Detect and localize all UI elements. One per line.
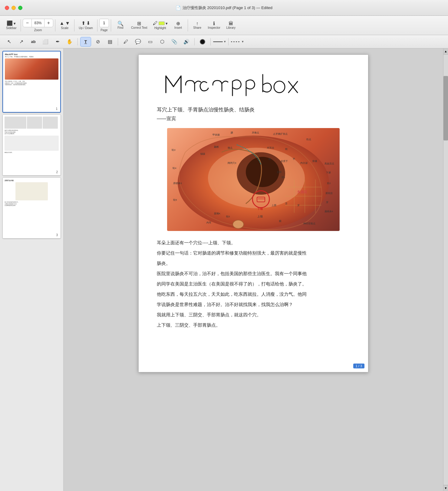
svg-text:轮5: 轮5	[173, 199, 177, 201]
page-input[interactable]: 1	[99, 19, 109, 27]
page-thumb-1[interactable]: MacAPP box 耳穴上下颌、手胃肠点治慢性肠炎、结肠炎 耳朵上面还有一个穴…	[2, 51, 61, 113]
svg-text:目1: 目1	[282, 176, 285, 179]
text-insert-button[interactable]: T	[80, 37, 91, 47]
dash-dropdown[interactable]: ▾	[242, 40, 244, 44]
zoom-label: Zoom	[34, 28, 42, 32]
svg-text:眼: 眼	[279, 220, 282, 222]
para-1: 耳朵上面还有一个穴位----上颌、下颌。	[157, 238, 350, 247]
share-button[interactable]: ↑ Share	[190, 20, 205, 31]
svg-text:头面区: 头面区	[297, 190, 307, 194]
para-7: 学说肠炎是世界性难题，治不好。治不好就找我来，找我怎么治啊？	[157, 300, 350, 309]
library-button[interactable]: 🏛 Library	[223, 20, 239, 31]
toolbar-separator-6	[188, 19, 188, 31]
page-subtitle: 耳穴上下颌、手胃肠点治慢性肠炎、结肠炎	[157, 106, 350, 113]
find-button[interactable]: 🔍 Find	[113, 20, 128, 31]
dash-style-group: ▾	[231, 40, 244, 44]
page-number-badge: 1 / 3	[353, 364, 364, 368]
eraser-button[interactable]: ⊘	[92, 37, 103, 47]
scroll-up-button[interactable]: ▲	[443, 48, 448, 54]
page-thumb-3[interactable]: 足部穴位示意 第三页内容相关说明文字... 三阴交位置及取穴方法 注意事项及禁忌…	[2, 177, 61, 239]
find-icon: 🔍	[117, 21, 124, 26]
line-preview	[213, 41, 223, 42]
thumb-content-3: 足部穴位示意 第三页内容相关说明文字... 三阴交位置及取穴方法 注意事项及禁忌…	[3, 178, 61, 238]
toolbar-separator-4	[97, 19, 97, 31]
zoom-minus-button[interactable]: −	[23, 19, 31, 27]
audio-button[interactable]: 🔊	[181, 37, 192, 47]
svg-text:轮5: 轮5	[226, 215, 230, 218]
sidebar-icon: ⬛	[7, 21, 13, 26]
svg-text:舌: 舌	[285, 202, 288, 205]
scale-button[interactable]: ▲ ▼ Scale	[57, 20, 73, 31]
page-sidebar: MacAPP box 耳穴上下颌、手胃肠点治慢性肠炎、结肠炎 耳朵上面还有一个穴…	[0, 48, 64, 491]
minimize-button[interactable]	[12, 6, 16, 10]
highlight-button[interactable]: 🖊 ▾ Highlight	[150, 20, 170, 31]
ann-separator-5	[228, 38, 229, 45]
arrow-select-button[interactable]: ↗	[16, 37, 27, 47]
page-handwritten-title	[157, 70, 350, 101]
svg-text:扁桃体4: 扁桃体4	[324, 210, 333, 213]
paperclip-button[interactable]: 📎	[169, 37, 180, 47]
pencil-button[interactable]: ✒	[52, 37, 63, 47]
maximize-button[interactable]	[18, 6, 22, 10]
line-dropdown[interactable]: ▾	[224, 40, 226, 44]
svg-text:下颌: 下颌	[257, 207, 263, 210]
up-icon: ⬆	[81, 21, 85, 26]
updown-button[interactable]: ⬆ ⬇ Up / Down	[76, 20, 95, 31]
sidebar-label: Sidebar	[6, 26, 16, 30]
text-select-button[interactable]: ab	[28, 37, 39, 47]
document-canvas[interactable]: 耳穴上下颌、手胃肠点治慢性肠炎、结肠炎 ——宣宾	[64, 48, 443, 491]
svg-text:目2: 目2	[327, 182, 331, 185]
color-button[interactable]	[197, 37, 208, 47]
speech-bubble-button[interactable]: 💬	[133, 37, 143, 47]
page-thumb-2[interactable]: 相关穴位图示及说明内容... 手部穴位对照示意图 治疗方法步骤说明 继续治疗说明…	[2, 114, 61, 176]
thumb-content-1: MacAPP box 耳穴上下颌、手胃肠点治慢性肠炎、结肠炎 耳朵上面还有一个穴…	[3, 51, 60, 112]
zoom-plus-button[interactable]: +	[44, 19, 53, 27]
scroll-down-button[interactable]: ▼	[443, 485, 448, 491]
line-style-group: ▾	[213, 40, 226, 44]
svg-text:屏间后: 屏间后	[325, 192, 333, 195]
main-toolbar: ⬛ ▾ Sidebar − 83% + Zoom ▲ ▼ Scale ⬆ ⬇ U…	[0, 16, 448, 35]
svg-text:轮3: 轮3	[172, 149, 176, 151]
para-9: 上下颌、三阴交、手部胃肠点。	[157, 321, 350, 330]
zoom-control[interactable]: − 83% +	[23, 19, 53, 27]
page-label: Page	[100, 28, 107, 32]
find-label: Find	[117, 26, 123, 29]
pointer-tool-button[interactable]: ↖	[4, 37, 15, 47]
window-controls[interactable]	[5, 6, 22, 10]
down-icon: ⬇	[86, 21, 90, 26]
highlight-pen-button[interactable]: 🖊	[120, 37, 131, 47]
svg-text:轮4: 轮4	[173, 167, 176, 170]
sidebar-chevron-icon: ▾	[14, 21, 16, 26]
scale-up-icon: ▲	[60, 21, 64, 26]
insert-button[interactable]: ⊕ Insert	[171, 20, 186, 31]
sidebar-button[interactable]: ⬛ ▾ Sidebar	[4, 20, 19, 31]
form-button[interactable]: ▤	[104, 37, 115, 47]
scroll-track[interactable]	[443, 54, 448, 485]
hand-tool-button[interactable]: ✋	[64, 37, 75, 47]
svg-text:踝: 踝	[231, 131, 233, 134]
ann-separator-3	[194, 38, 195, 45]
thumb-number-2: 2	[55, 170, 59, 174]
correct-text-button[interactable]: ⊞ Correct Text	[129, 20, 150, 31]
svg-text:卵巢: 卵巢	[312, 160, 317, 163]
right-scrollbar[interactable]: ▲ ▼	[443, 48, 448, 491]
scale-label: Scale	[61, 26, 68, 30]
inspector-button[interactable]: ℹ Inspector	[206, 20, 223, 31]
shapes-button[interactable]: ⬡	[157, 37, 168, 47]
share-label: Share	[193, 26, 201, 29]
page-author: ——宣宾	[157, 116, 350, 122]
svg-text:平: 平	[293, 158, 295, 160]
scroll-thumb[interactable]	[443, 76, 448, 140]
svg-point-52	[233, 220, 244, 229]
para-4: 医院里说肠炎不可治，治不好，包括美国的那些主治医生。我有一个同事他	[157, 269, 350, 278]
svg-text:肩锁体3: 肩锁体3	[173, 182, 182, 185]
rect-select-button[interactable]: ⬜	[40, 37, 51, 47]
svg-text:牙: 牙	[326, 201, 328, 204]
handwritten-title-svg	[157, 70, 351, 97]
window-title: 📄 治疗慢性肠炎 20201010.pdf (Page 1 of 3) — Ed…	[176, 5, 272, 11]
para-8: 我就用上下颌、三阴交、手部胃肠点，就这四个穴。	[157, 310, 350, 319]
svg-text:面颊K: 面颊K	[214, 212, 220, 215]
rectangle-button[interactable]: ▭	[145, 37, 156, 47]
close-button[interactable]	[5, 6, 9, 10]
insert-icon: ⊕	[176, 21, 180, 26]
